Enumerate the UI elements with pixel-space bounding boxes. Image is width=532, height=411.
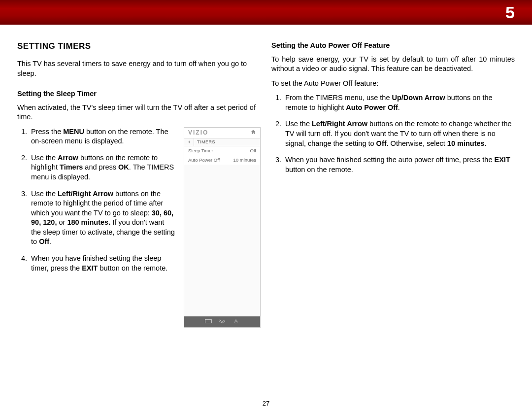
table-row: Auto Power Off 10 minutes [184, 156, 260, 165]
home-icon [250, 129, 256, 137]
svg-point-1 [235, 320, 236, 322]
back-icon [184, 138, 194, 146]
right-column: Setting the Auto Power Off Feature To he… [271, 41, 515, 328]
row-label: Auto Power Off [188, 157, 220, 164]
chevron-down-icon [219, 319, 226, 326]
tv-menu-mock: VIZIO TIMERS Sleep Timer Off [184, 127, 261, 328]
chapter-number: 5 [505, 3, 515, 22]
subhead-sleep-timer: Setting the Sleep Timer [17, 89, 261, 99]
lead-sleep-timer: When activated, the TV's sleep timer wil… [17, 103, 261, 122]
wide-icon [205, 319, 212, 326]
gear-icon [233, 319, 239, 326]
auto-power-off-steps: From the TIMERS menu, use the Up/Down Ar… [271, 93, 515, 174]
lead-in: To set the Auto Power Off feature: [271, 79, 515, 89]
breadcrumb-label: TIMERS [194, 139, 215, 145]
chapter-header: 5 [0, 0, 532, 25]
page-body: Setting Timers This TV has several timer… [0, 25, 532, 328]
screen-header: VIZIO [184, 128, 260, 138]
list-item: When you have finished setting the auto … [283, 155, 515, 174]
list-item: From the TIMERS menu, use the Up/Down Ar… [283, 93, 515, 112]
row-value: 10 minutes [233, 157, 256, 164]
row-label: Sleep Timer [188, 148, 213, 154]
vizio-logo: VIZIO [188, 129, 208, 137]
subhead-auto-power-off: Setting the Auto Power Off Feature [271, 41, 515, 51]
svg-rect-0 [205, 319, 212, 323]
list-item: Use the Arrow buttons on the remote to h… [29, 153, 175, 182]
table-row: Sleep Timer Off [184, 146, 260, 156]
sleep-timer-steps: Press the MENU button on the remote. The… [17, 127, 177, 280]
left-column: Setting Timers This TV has several timer… [17, 41, 261, 328]
intro-text: This TV has several timers to save energ… [17, 59, 261, 78]
screen-blank-area [184, 165, 260, 316]
list-item: Use the Left/Right Arrow buttons on the … [29, 189, 175, 247]
list-item: Press the MENU button on the remote. The… [29, 127, 175, 146]
section-title: Setting Timers [17, 41, 261, 52]
screen-list: Sleep Timer Off Auto Power Off 10 minute… [184, 146, 260, 165]
list-item: Use the Left/Right Arrow buttons on the … [283, 119, 515, 148]
lead-auto-power-off: To help save energy, your TV is set by d… [271, 55, 515, 74]
steps-and-screen: Press the MENU button on the remote. The… [17, 127, 261, 328]
list-item: When you have finished setting the sleep… [29, 254, 175, 273]
breadcrumb: TIMERS [184, 138, 260, 146]
row-value: Off [250, 148, 257, 154]
screen-footer-bar [184, 316, 260, 327]
page-number: 27 [0, 400, 532, 407]
